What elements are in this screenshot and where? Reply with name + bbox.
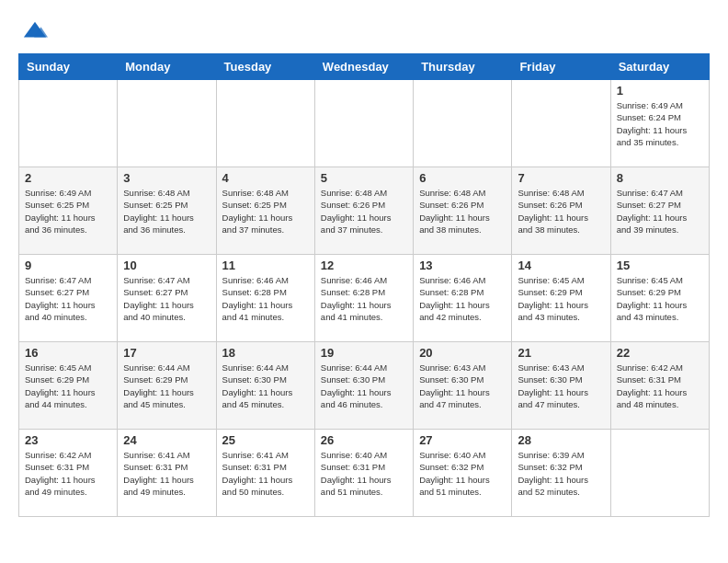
day-number: 27 [419, 433, 506, 447]
weekday-header-cell: Friday [512, 54, 610, 80]
day-number: 22 [617, 346, 703, 360]
calendar-day-cell: 13Sunrise: 6:46 AM Sunset: 6:28 PM Dayli… [414, 255, 512, 342]
day-info: Sunrise: 6:44 AM Sunset: 6:29 PM Dayligh… [123, 362, 210, 410]
day-number: 19 [321, 346, 407, 360]
day-info: Sunrise: 6:44 AM Sunset: 6:30 PM Dayligh… [222, 362, 309, 410]
day-number: 14 [518, 259, 604, 272]
day-number: 12 [321, 259, 407, 272]
day-info: Sunrise: 6:40 AM Sunset: 6:32 PM Dayligh… [419, 449, 506, 498]
calendar-week-row: 9Sunrise: 6:47 AM Sunset: 6:27 PM Daylig… [19, 255, 710, 342]
day-number: 18 [222, 346, 309, 360]
day-number: 21 [518, 346, 604, 360]
day-number: 7 [518, 171, 604, 185]
calendar-day-cell: 10Sunrise: 6:47 AM Sunset: 6:27 PM Dayli… [118, 255, 216, 342]
calendar-day-cell: 11Sunrise: 6:46 AM Sunset: 6:28 PM Dayli… [216, 255, 314, 342]
day-info: Sunrise: 6:47 AM Sunset: 6:27 PM Dayligh… [25, 274, 111, 323]
day-info: Sunrise: 6:42 AM Sunset: 6:31 PM Dayligh… [617, 362, 703, 410]
day-info: Sunrise: 6:41 AM Sunset: 6:31 PM Dayligh… [222, 449, 309, 498]
page-header [18, 18, 710, 44]
calendar-day-cell: 17Sunrise: 6:44 AM Sunset: 6:29 PM Dayli… [118, 342, 216, 430]
day-number: 1 [617, 84, 703, 98]
calendar-day-cell [512, 80, 610, 167]
calendar-day-cell: 4Sunrise: 6:48 AM Sunset: 6:25 PM Daylig… [216, 167, 314, 255]
weekday-header-cell: Saturday [610, 54, 709, 80]
weekday-header-cell: Monday [118, 54, 216, 80]
day-info: Sunrise: 6:45 AM Sunset: 6:29 PM Dayligh… [518, 274, 604, 323]
day-info: Sunrise: 6:41 AM Sunset: 6:31 PM Dayligh… [123, 449, 210, 498]
day-number: 11 [222, 259, 309, 272]
day-number: 13 [419, 259, 506, 272]
weekday-header-cell: Wednesday [314, 54, 413, 80]
calendar-day-cell: 27Sunrise: 6:40 AM Sunset: 6:32 PM Dayli… [414, 430, 512, 517]
day-info: Sunrise: 6:45 AM Sunset: 6:29 PM Dayligh… [617, 274, 703, 323]
calendar-week-row: 2Sunrise: 6:49 AM Sunset: 6:25 PM Daylig… [19, 167, 710, 255]
calendar-day-cell: 22Sunrise: 6:42 AM Sunset: 6:31 PM Dayli… [610, 342, 709, 430]
day-info: Sunrise: 6:39 AM Sunset: 6:32 PM Dayligh… [518, 449, 604, 498]
calendar-day-cell [314, 80, 413, 167]
day-info: Sunrise: 6:48 AM Sunset: 6:25 PM Dayligh… [123, 187, 210, 236]
day-info: Sunrise: 6:46 AM Sunset: 6:28 PM Dayligh… [321, 274, 407, 323]
calendar-day-cell: 3Sunrise: 6:48 AM Sunset: 6:25 PM Daylig… [118, 167, 216, 255]
day-number: 23 [25, 433, 111, 447]
calendar-body: 1Sunrise: 6:49 AM Sunset: 6:24 PM Daylig… [19, 80, 710, 517]
logo-icon [22, 18, 48, 44]
calendar-table: SundayMondayTuesdayWednesdayThursdayFrid… [18, 53, 710, 517]
calendar-day-cell: 24Sunrise: 6:41 AM Sunset: 6:31 PM Dayli… [118, 430, 216, 517]
calendar-day-cell: 19Sunrise: 6:44 AM Sunset: 6:30 PM Dayli… [314, 342, 413, 430]
logo [18, 18, 50, 44]
weekday-header-cell: Thursday [414, 54, 512, 80]
weekday-header-cell: Sunday [19, 54, 118, 80]
day-info: Sunrise: 6:47 AM Sunset: 6:27 PM Dayligh… [617, 187, 703, 236]
calendar-day-cell: 21Sunrise: 6:43 AM Sunset: 6:30 PM Dayli… [512, 342, 610, 430]
day-info: Sunrise: 6:44 AM Sunset: 6:30 PM Dayligh… [321, 362, 407, 410]
calendar-day-cell: 16Sunrise: 6:45 AM Sunset: 6:29 PM Dayli… [19, 342, 118, 430]
day-info: Sunrise: 6:49 AM Sunset: 6:24 PM Dayligh… [617, 99, 703, 148]
day-number: 20 [419, 346, 506, 360]
calendar-day-cell: 20Sunrise: 6:43 AM Sunset: 6:30 PM Dayli… [414, 342, 512, 430]
day-info: Sunrise: 6:40 AM Sunset: 6:31 PM Dayligh… [321, 449, 407, 498]
day-number: 2 [25, 171, 111, 185]
calendar-day-cell: 7Sunrise: 6:48 AM Sunset: 6:26 PM Daylig… [512, 167, 610, 255]
calendar-day-cell: 5Sunrise: 6:48 AM Sunset: 6:26 PM Daylig… [314, 167, 413, 255]
calendar-day-cell [610, 430, 709, 517]
day-info: Sunrise: 6:46 AM Sunset: 6:28 PM Dayligh… [222, 274, 309, 323]
day-info: Sunrise: 6:49 AM Sunset: 6:25 PM Dayligh… [25, 187, 111, 236]
calendar-day-cell: 14Sunrise: 6:45 AM Sunset: 6:29 PM Dayli… [512, 255, 610, 342]
calendar-day-cell: 2Sunrise: 6:49 AM Sunset: 6:25 PM Daylig… [19, 167, 118, 255]
day-number: 28 [518, 433, 604, 447]
day-number: 3 [123, 171, 210, 185]
calendar-day-cell: 28Sunrise: 6:39 AM Sunset: 6:32 PM Dayli… [512, 430, 610, 517]
calendar-day-cell: 25Sunrise: 6:41 AM Sunset: 6:31 PM Dayli… [216, 430, 314, 517]
day-info: Sunrise: 6:48 AM Sunset: 6:25 PM Dayligh… [222, 187, 309, 236]
calendar-day-cell: 26Sunrise: 6:40 AM Sunset: 6:31 PM Dayli… [314, 430, 413, 517]
day-number: 9 [25, 259, 111, 272]
calendar-day-cell: 15Sunrise: 6:45 AM Sunset: 6:29 PM Dayli… [610, 255, 709, 342]
calendar-day-cell: 8Sunrise: 6:47 AM Sunset: 6:27 PM Daylig… [610, 167, 709, 255]
day-info: Sunrise: 6:48 AM Sunset: 6:26 PM Dayligh… [419, 187, 506, 236]
day-number: 17 [123, 346, 210, 360]
day-number: 10 [123, 259, 210, 272]
calendar-day-cell: 18Sunrise: 6:44 AM Sunset: 6:30 PM Dayli… [216, 342, 314, 430]
calendar-day-cell [216, 80, 314, 167]
day-info: Sunrise: 6:43 AM Sunset: 6:30 PM Dayligh… [419, 362, 506, 410]
day-info: Sunrise: 6:45 AM Sunset: 6:29 PM Dayligh… [25, 362, 111, 410]
day-number: 8 [617, 171, 703, 185]
calendar-day-cell [414, 80, 512, 167]
calendar-day-cell: 23Sunrise: 6:42 AM Sunset: 6:31 PM Dayli… [19, 430, 118, 517]
day-info: Sunrise: 6:47 AM Sunset: 6:27 PM Dayligh… [123, 274, 210, 323]
day-number: 25 [222, 433, 309, 447]
day-number: 5 [321, 171, 407, 185]
calendar-day-cell: 1Sunrise: 6:49 AM Sunset: 6:24 PM Daylig… [610, 80, 709, 167]
day-info: Sunrise: 6:42 AM Sunset: 6:31 PM Dayligh… [25, 449, 111, 498]
calendar-day-cell: 6Sunrise: 6:48 AM Sunset: 6:26 PM Daylig… [414, 167, 512, 255]
weekday-header-row: SundayMondayTuesdayWednesdayThursdayFrid… [19, 54, 710, 80]
calendar-day-cell [118, 80, 216, 167]
day-number: 6 [419, 171, 506, 185]
calendar-week-row: 16Sunrise: 6:45 AM Sunset: 6:29 PM Dayli… [19, 342, 710, 430]
calendar-week-row: 23Sunrise: 6:42 AM Sunset: 6:31 PM Dayli… [19, 430, 710, 517]
calendar-day-cell: 12Sunrise: 6:46 AM Sunset: 6:28 PM Dayli… [314, 255, 413, 342]
weekday-header-cell: Tuesday [216, 54, 314, 80]
day-number: 26 [321, 433, 407, 447]
day-number: 4 [222, 171, 309, 185]
calendar-day-cell [19, 80, 118, 167]
